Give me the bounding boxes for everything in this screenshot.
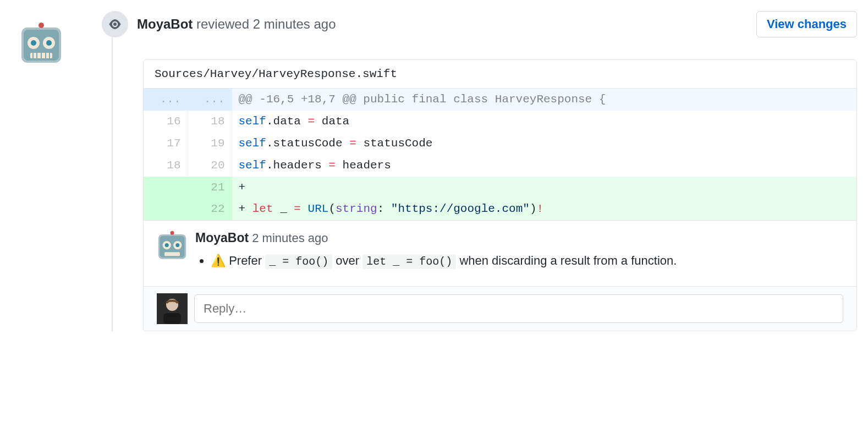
- avatar[interactable]: [19, 22, 63, 66]
- eye-icon: [102, 11, 128, 37]
- review-event-text: MoyaBot reviewed 2 minutes ago: [137, 17, 336, 32]
- svg-rect-24: [163, 313, 181, 324]
- review-event-header: MoyaBot reviewed 2 minutes ago View chan…: [102, 11, 857, 37]
- svg-point-5: [31, 40, 36, 46]
- comment-avatar[interactable]: [157, 231, 188, 261]
- timeline-item: MoyaBot reviewed 2 minutes ago View chan…: [11, 11, 857, 331]
- lint-warning: ⚠️ Prefer _ = foo() over let _ = foo() w…: [211, 251, 843, 271]
- svg-rect-21: [164, 253, 180, 256]
- warning-icon: ⚠️: [211, 254, 226, 267]
- comment-meta: MoyaBot 2 minutes ago: [195, 231, 843, 245]
- diff-line: 1820 self.headers = headers: [144, 155, 856, 177]
- reviewer-name[interactable]: MoyaBot: [137, 17, 193, 31]
- code-snippet: let _ = foo(): [362, 254, 456, 269]
- reply-input[interactable]: [194, 294, 843, 323]
- diff-line: 21+: [144, 177, 856, 199]
- current-user-avatar[interactable]: [157, 293, 188, 324]
- hunk-header: ......@@ -16,5 +18,7 @@ public final cla…: [144, 89, 856, 111]
- file-path[interactable]: Sources/Harvey/HarveyResponse.swift: [144, 60, 856, 89]
- svg-point-2: [39, 23, 44, 28]
- reply-row: [144, 286, 856, 331]
- comment-author[interactable]: MoyaBot: [195, 231, 249, 245]
- comment-time: 2 minutes ago: [252, 231, 328, 245]
- diff-line: 22+ let _ = URL(string: "https://google.…: [144, 198, 856, 220]
- svg-point-13: [113, 23, 117, 26]
- code-snippet: _ = foo(): [265, 254, 332, 269]
- diff-line: 1719 self.statusCode = statusCode: [144, 133, 856, 155]
- comment-list: ⚠️ Prefer _ = foo() over let _ = foo() w…: [195, 251, 843, 271]
- review-time: 2 minutes ago: [253, 17, 336, 31]
- svg-point-16: [171, 231, 174, 235]
- review-box: Sources/Harvey/HarveyResponse.swift ....…: [143, 59, 857, 331]
- review-comment: MoyaBot 2 minutes ago ⚠️ Prefer _ = foo(…: [144, 220, 856, 286]
- timeline-line: [112, 11, 113, 331]
- diff-table: ......@@ -16,5 +18,7 @@ public final cla…: [144, 89, 856, 220]
- diff-line: 1618 self.data = data: [144, 111, 856, 133]
- svg-point-19: [165, 243, 169, 247]
- svg-point-6: [46, 40, 52, 46]
- svg-point-20: [175, 243, 179, 247]
- view-changes-button[interactable]: View changes: [756, 11, 857, 37]
